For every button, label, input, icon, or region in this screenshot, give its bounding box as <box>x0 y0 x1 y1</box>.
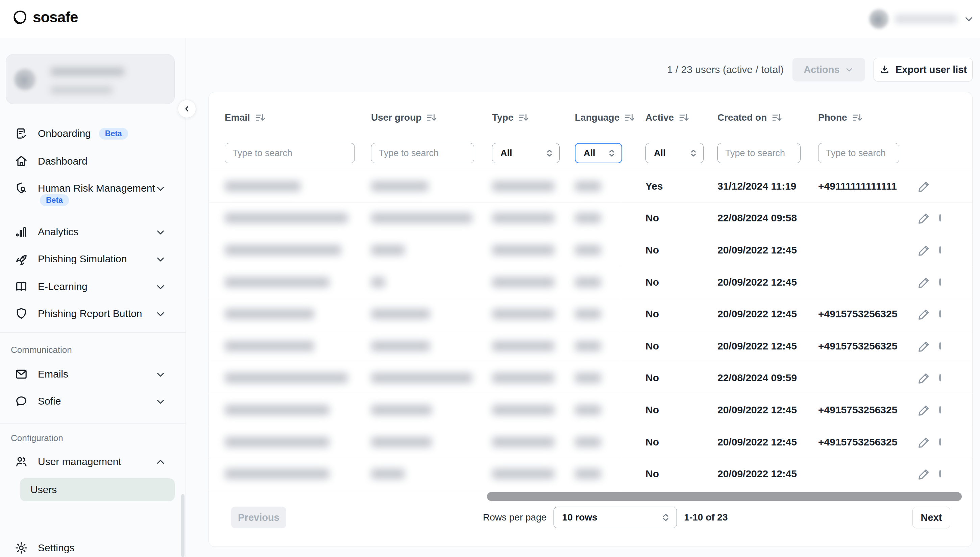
email-redacted <box>225 277 330 288</box>
edit-pencil-icon[interactable] <box>917 339 939 353</box>
row-radio[interactable] <box>939 214 941 222</box>
user-group-redacted <box>371 181 429 192</box>
column-header-created-on[interactable]: Created on <box>717 112 818 123</box>
table-row[interactable]: No 22/08/2024 09:58 <box>209 202 972 235</box>
table-row[interactable]: Yes 31/12/2024 11:19 +49111111111111 <box>209 170 972 202</box>
email-redacted <box>225 245 341 256</box>
column-header-active[interactable]: Active <box>645 112 717 123</box>
table-row[interactable]: No 20/09/2022 12:45 <box>209 234 972 266</box>
actions-button[interactable]: Actions <box>792 58 865 81</box>
edit-pencil-icon[interactable] <box>917 466 939 481</box>
sidebar-item-user-management[interactable]: User management <box>0 451 186 472</box>
active-filter-select[interactable]: All <box>645 143 704 163</box>
sidebar-item-e-learning[interactable]: E-Learning <box>0 276 186 297</box>
export-user-list-button[interactable]: Export user list <box>874 58 973 81</box>
edit-pencil-icon[interactable] <box>917 435 939 450</box>
type-redacted <box>492 469 554 479</box>
created-on-cell: 20/09/2022 12:45 <box>717 404 818 416</box>
row-radio[interactable] <box>939 374 941 381</box>
table-row[interactable]: No 22/08/2024 09:59 <box>209 362 972 394</box>
created-on-cell: 20/09/2022 12:45 <box>717 244 818 256</box>
chevron-up-icon[interactable] <box>155 456 166 468</box>
edit-pencil-icon[interactable] <box>917 306 939 321</box>
sidebar-item-analytics[interactable]: Analytics <box>0 221 186 243</box>
language-filter-select[interactable]: All <box>575 143 622 163</box>
language-redacted <box>575 309 601 319</box>
column-header-type[interactable]: Type <box>492 112 575 123</box>
row-radio[interactable] <box>939 470 941 477</box>
horizontal-scrollbar[interactable] <box>487 492 962 501</box>
language-redacted <box>575 245 601 256</box>
table-row[interactable]: No 20/09/2022 12:45 <box>209 266 972 298</box>
chevron-down-icon[interactable] <box>155 281 166 293</box>
edit-pencil-icon[interactable] <box>917 402 939 417</box>
chevron-down-icon[interactable] <box>155 183 166 194</box>
chevron-down-icon[interactable] <box>155 308 166 320</box>
row-radio[interactable] <box>939 406 941 414</box>
sosafe-logo-icon <box>13 10 28 25</box>
rows-per-page-select[interactable]: 10 rows <box>554 507 677 528</box>
chevron-down-icon[interactable] <box>155 226 166 238</box>
language-redacted <box>575 469 601 479</box>
email-redacted <box>225 309 314 319</box>
column-header-phone[interactable]: Phone <box>818 112 917 123</box>
table-row[interactable]: No 20/09/2022 12:45 <box>209 458 972 490</box>
edit-pencil-icon[interactable] <box>917 179 939 194</box>
next-page-button[interactable]: Next <box>912 507 950 528</box>
edit-pencil-icon[interactable] <box>917 243 939 257</box>
organization-card[interactable] <box>6 54 175 104</box>
sidebar-item-human-risk-management[interactable]: Human Risk Management <box>0 178 186 199</box>
sort-icon[interactable] <box>426 112 437 123</box>
chevron-down-icon[interactable] <box>155 396 166 407</box>
sidebar-item-sofie[interactable]: Sofie <box>0 390 186 412</box>
table-row[interactable]: No 20/09/2022 12:45 +4915753256325 <box>209 298 972 330</box>
table-filter-row: All All All <box>209 143 972 170</box>
main-content: 1 / 23 users (active / total) Actions Ex… <box>186 38 980 557</box>
table-row[interactable]: No 20/09/2022 12:45 +4915753256325 <box>209 426 972 458</box>
sort-icon[interactable] <box>852 112 862 123</box>
sidebar-item-dashboard[interactable]: Dashboard <box>0 150 186 172</box>
email-filter-input[interactable] <box>225 143 355 163</box>
row-radio[interactable] <box>939 246 941 254</box>
page-range-label: 1-10 of 23 <box>684 512 728 523</box>
chevron-down-icon[interactable] <box>963 13 975 24</box>
table-row[interactable]: No 20/09/2022 12:45 +4915753256325 <box>209 394 972 426</box>
sort-icon[interactable] <box>772 112 782 123</box>
active-cell: No <box>645 308 717 320</box>
phone-cell: +49111111111111 <box>818 181 917 192</box>
type-filter-select[interactable]: All <box>492 143 560 163</box>
edit-pencil-icon[interactable] <box>917 275 939 290</box>
sort-icon[interactable] <box>255 112 265 123</box>
chevron-down-icon[interactable] <box>155 254 166 265</box>
sidebar-item-settings[interactable]: Settings <box>0 537 186 557</box>
column-header-email[interactable]: Email <box>225 112 371 123</box>
sidebar-item-emails[interactable]: Emails <box>0 363 186 385</box>
sort-icon[interactable] <box>518 112 528 123</box>
row-radio[interactable] <box>939 278 941 286</box>
row-radio[interactable] <box>939 310 941 318</box>
row-radio[interactable] <box>939 438 941 446</box>
edit-pencil-icon[interactable] <box>917 210 939 225</box>
edit-pencil-icon[interactable] <box>917 370 939 385</box>
sidebar-item-phishing-report-button[interactable]: Phishing Report Button <box>0 303 186 324</box>
account-menu[interactable] <box>869 0 975 38</box>
column-header-user-group[interactable]: User group <box>371 112 492 123</box>
sidebar-scrollbar[interactable] <box>181 494 185 557</box>
sidebar-collapse-button[interactable] <box>178 100 196 118</box>
previous-page-button[interactable]: Previous <box>231 507 286 528</box>
brand-name: sosafe <box>33 9 78 26</box>
created-on-filter-input[interactable] <box>717 143 801 163</box>
sort-icon[interactable] <box>679 112 689 123</box>
sidebar-item-onboarding[interactable]: Onboarding Beta <box>0 123 186 144</box>
sidebar-divider <box>0 423 186 424</box>
row-radio[interactable] <box>939 342 941 350</box>
sidebar-item-users[interactable]: Users <box>20 478 175 501</box>
created-on-cell: 20/09/2022 12:45 <box>717 468 818 480</box>
sidebar-item-phishing-simulation[interactable]: Phishing Simulation <box>0 248 186 270</box>
table-row[interactable]: No 20/09/2022 12:45 +4915753256325 <box>209 330 972 362</box>
sort-icon[interactable] <box>624 112 635 123</box>
phone-filter-input[interactable] <box>818 143 899 163</box>
user-group-filter-input[interactable] <box>371 143 474 163</box>
chevron-down-icon[interactable] <box>155 369 166 380</box>
column-header-language[interactable]: Language <box>575 112 645 123</box>
